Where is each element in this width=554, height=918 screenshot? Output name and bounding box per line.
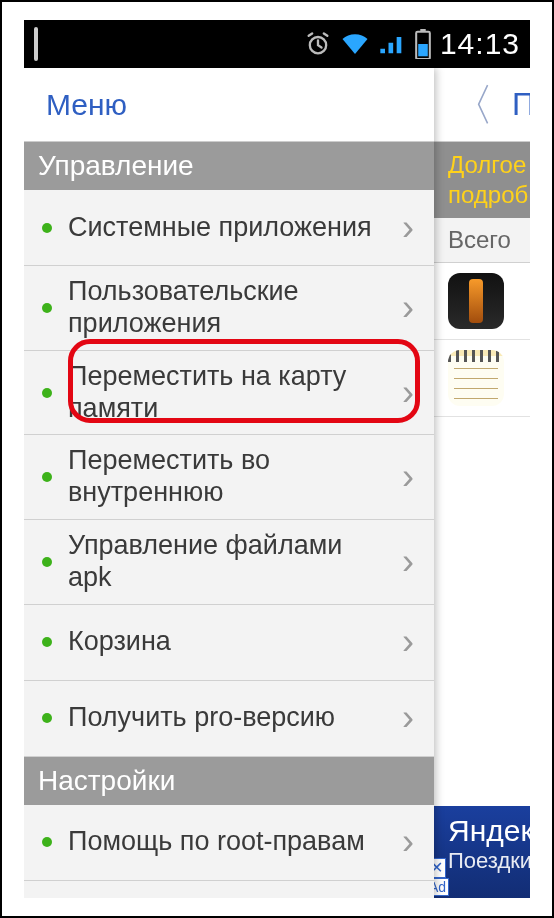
background-screen: 〈 П Долгое подроб Всего Яндекс [434,68,530,898]
bullet-icon [42,388,52,398]
svg-rect-2 [420,29,425,32]
side-menu: Меню Управление Системные приложения › П… [24,68,434,898]
svg-rect-3 [418,44,428,56]
menu-section-header: Управление [24,142,434,190]
bullet-icon [42,303,52,313]
notepad-icon [448,350,504,406]
bullet-icon [42,637,52,647]
device-frame: 14:13 〈 П Долгое подроб Всего [0,0,554,918]
tip-line: Долгое [448,150,530,180]
menu-item-move-to-sd[interactable]: Переместить на карту памяти › [24,351,434,436]
chevron-right-icon: › [394,821,422,863]
signal-icon [378,31,406,57]
menu-header: Меню [24,68,434,142]
chevron-right-icon: › [394,621,422,663]
menu-item-move-to-internal[interactable]: Переместить во внутреннюю › [24,435,434,520]
chevron-right-icon: › [394,287,422,329]
bullet-icon [42,557,52,567]
app-content: 〈 П Долгое подроб Всего Яндекс [24,68,530,898]
tip-banner: Долгое подроб [434,142,530,218]
menu-section-header: Настройки [24,757,434,805]
picture-icon [34,29,38,60]
chevron-right-icon: › [394,897,422,898]
bullet-icon [42,472,52,482]
bullet-icon [42,713,52,723]
menu-item-label: Системные приложения [68,212,394,244]
chevron-right-icon: › [394,697,422,739]
app-list-item[interactable] [434,340,530,417]
menu-item-label: Управление файлами apk [68,530,394,594]
background-title: П [512,86,530,123]
menu-item-label: Получить pro-версию [68,702,394,734]
menu-item-label: Пользовательские приложения [68,276,394,340]
ad-title: Яндекс [448,814,530,848]
menu-item-label: Корзина [68,626,394,658]
app-list-item[interactable] [434,263,530,340]
menu-item-get-pro[interactable]: Получить pro-версию › [24,681,434,757]
menu-item-feedback[interactable]: Отзыв › [24,881,434,898]
chevron-right-icon: › [394,541,422,583]
background-subheader: Всего [434,218,530,263]
menu-item-label: Помощь по root-правам [68,826,394,858]
chevron-right-icon: › [394,456,422,498]
status-clock: 14:13 [440,27,520,61]
menu-item-user-apps[interactable]: Пользовательские приложения › [24,266,434,351]
flashlight-icon [448,273,504,329]
ad-banner[interactable]: Яндекс Поездки ✕ Ad [434,806,530,898]
back-icon[interactable]: 〈 [450,83,494,127]
screen: 14:13 〈 П Долгое подроб Всего [24,20,530,898]
alarm-icon [304,30,332,58]
menu-list: Управление Системные приложения › Пользо… [24,142,434,898]
ad-subtitle: Поездки [448,848,530,874]
menu-title: Меню [46,88,127,122]
wifi-icon [340,31,370,57]
menu-item-label: Переместить во внутреннюю [68,445,394,509]
tip-line: подроб [448,180,530,210]
bullet-icon [42,223,52,233]
chevron-right-icon: › [394,372,422,414]
menu-item-label: Переместить на карту памяти [68,361,394,425]
status-bar: 14:13 [24,20,530,68]
chevron-right-icon: › [394,207,422,249]
battery-icon [414,29,432,59]
menu-item-system-apps[interactable]: Системные приложения › [24,190,434,266]
background-header: 〈 П [434,68,530,142]
bullet-icon [42,837,52,847]
menu-item-apk-manager[interactable]: Управление файлами apk › [24,520,434,605]
menu-item-trash[interactable]: Корзина › [24,605,434,681]
menu-item-root-help[interactable]: Помощь по root-правам › [24,805,434,881]
